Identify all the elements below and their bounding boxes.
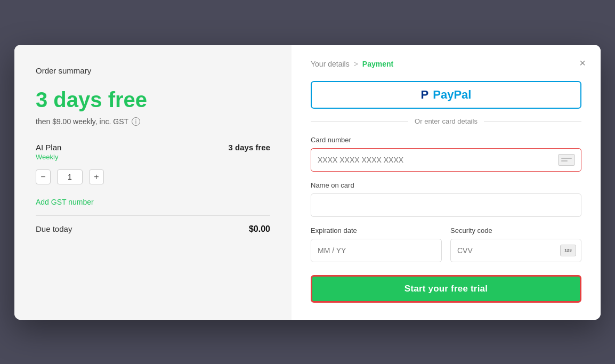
quantity-decrease-button[interactable]: − xyxy=(36,169,51,184)
due-today-row: Due today $0.00 xyxy=(36,215,270,234)
info-icon[interactable]: i xyxy=(132,117,140,126)
breadcrumb-separator: > xyxy=(354,60,358,68)
start-trial-button[interactable]: Start your free trial xyxy=(311,275,581,303)
plan-name: AI Plan xyxy=(36,143,61,152)
expiration-label: Expiration date xyxy=(311,227,442,234)
security-code-label: Security code xyxy=(450,227,581,234)
or-divider: Or enter card details xyxy=(311,117,581,125)
plan-row: AI Plan Weekly 3 days free xyxy=(36,143,270,161)
plan-details: AI Plan Weekly xyxy=(36,143,61,161)
quantity-increase-button[interactable]: + xyxy=(89,169,104,184)
card-type-icon xyxy=(558,154,575,166)
or-line-left xyxy=(311,121,408,122)
close-button[interactable]: × xyxy=(579,58,586,68)
due-today-amount: $0.00 xyxy=(249,224,270,234)
security-code-field: Security code 123 xyxy=(450,227,581,262)
paypal-p-icon: P xyxy=(421,88,429,102)
or-line-right xyxy=(484,121,581,122)
price-info-text: then $9.00 weekly, inc. GST xyxy=(36,117,128,126)
plan-period: Weekly xyxy=(36,153,61,161)
card-number-input[interactable] xyxy=(311,148,581,172)
quantity-control: − + xyxy=(36,169,270,184)
expiration-field: Expiration date xyxy=(311,227,442,262)
cvv-icon: 123 xyxy=(560,245,576,256)
plan-price: 3 days free xyxy=(229,143,270,152)
card-number-field xyxy=(311,148,581,172)
card-icon-decoration xyxy=(561,158,572,161)
breadcrumb: Your details > Payment xyxy=(311,60,581,68)
or-text: Or enter card details xyxy=(415,117,478,125)
free-days-heading: 3 days free xyxy=(36,88,270,112)
cvv-icon-text: 123 xyxy=(564,248,571,253)
name-on-card-label: Name on card xyxy=(311,181,581,189)
add-gst-link[interactable]: Add GST number xyxy=(36,198,94,206)
card-number-label: Card number xyxy=(311,136,581,144)
quantity-input[interactable] xyxy=(57,169,83,184)
breadcrumb-your-details: Your details xyxy=(311,60,350,68)
order-summary-title: Order summary xyxy=(36,66,270,75)
payment-panel: Your details > Payment × P PayPal Or ent… xyxy=(292,45,601,320)
name-on-card-input[interactable] xyxy=(311,193,581,217)
cvv-wrapper: 123 xyxy=(450,239,581,262)
checkout-modal: Order summary 3 days free then $9.00 wee… xyxy=(14,45,601,320)
due-today-label: Due today xyxy=(36,224,72,233)
paypal-button[interactable]: P PayPal xyxy=(311,81,581,109)
card-line-1 xyxy=(561,158,572,159)
exp-cvv-row: Expiration date Security code 123 xyxy=(311,227,581,262)
paypal-logo-text: PayPal xyxy=(433,88,471,102)
order-summary-panel: Order summary 3 days free then $9.00 wee… xyxy=(14,45,292,320)
price-info: then $9.00 weekly, inc. GST i xyxy=(36,117,270,126)
card-line-2 xyxy=(561,160,568,161)
breadcrumb-payment: Payment xyxy=(362,60,393,68)
expiration-input[interactable] xyxy=(311,239,442,262)
